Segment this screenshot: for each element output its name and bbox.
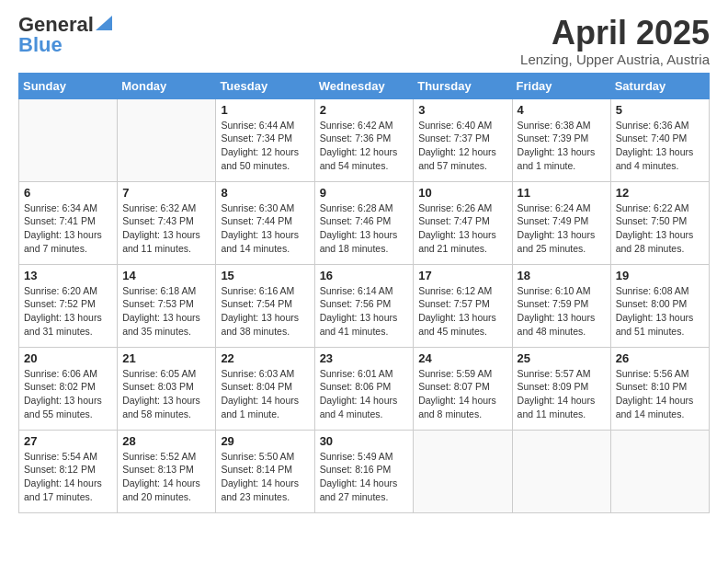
cell-detail: Sunrise: 6:30 AMSunset: 7:44 PMDaylight:… xyxy=(221,201,309,256)
day-number: 28 xyxy=(122,434,210,448)
day-number: 23 xyxy=(320,351,409,365)
cell-detail: Sunrise: 6:16 AMSunset: 7:54 PMDaylight:… xyxy=(221,284,309,339)
calendar-cell: 29Sunrise: 5:50 AMSunset: 8:14 PMDayligh… xyxy=(216,430,314,512)
cell-detail: Sunrise: 5:49 AMSunset: 8:16 PMDaylight:… xyxy=(320,450,409,504)
day-number: 2 xyxy=(320,103,409,117)
day-number: 4 xyxy=(518,103,606,117)
month-title: April 2025 xyxy=(520,15,710,52)
calendar-cell: 10Sunrise: 6:26 AMSunset: 7:47 PMDayligh… xyxy=(414,181,512,264)
cell-detail: Sunrise: 6:44 AMSunset: 7:34 PMDaylight:… xyxy=(221,119,309,173)
week-row-1: 1Sunrise: 6:44 AMSunset: 7:34 PMDaylight… xyxy=(19,98,710,181)
cell-detail: Sunrise: 6:24 AMSunset: 7:49 PMDaylight:… xyxy=(518,201,606,256)
weekday-header-tuesday: Tuesday xyxy=(216,73,314,98)
calendar-cell: 12Sunrise: 6:22 AMSunset: 7:50 PMDayligh… xyxy=(610,181,709,264)
calendar-cell: 23Sunrise: 6:01 AMSunset: 8:06 PMDayligh… xyxy=(314,347,414,430)
day-number: 7 xyxy=(122,186,210,200)
calendar-cell: 2Sunrise: 6:42 AMSunset: 7:36 PMDaylight… xyxy=(314,98,414,181)
cell-detail: Sunrise: 6:36 AMSunset: 7:40 PMDaylight:… xyxy=(616,119,704,173)
logo-icon xyxy=(96,16,112,30)
week-row-2: 6Sunrise: 6:34 AMSunset: 7:41 PMDaylight… xyxy=(19,181,710,264)
calendar-cell: 20Sunrise: 6:06 AMSunset: 8:02 PMDayligh… xyxy=(19,347,118,430)
calendar-cell: 13Sunrise: 6:20 AMSunset: 7:52 PMDayligh… xyxy=(19,264,118,347)
day-number: 19 xyxy=(616,269,704,282)
calendar-cell: 4Sunrise: 6:38 AMSunset: 7:39 PMDaylight… xyxy=(512,98,610,181)
cell-detail: Sunrise: 6:40 AMSunset: 7:37 PMDaylight:… xyxy=(418,119,506,173)
day-number: 18 xyxy=(518,269,606,282)
cell-detail: Sunrise: 6:32 AMSunset: 7:43 PMDaylight:… xyxy=(122,201,210,256)
weekday-header-friday: Friday xyxy=(512,73,610,98)
day-number: 5 xyxy=(616,103,704,117)
logo-general-text: General xyxy=(18,15,94,35)
cell-detail: Sunrise: 6:20 AMSunset: 7:52 PMDaylight:… xyxy=(24,284,112,339)
calendar-cell: 16Sunrise: 6:14 AMSunset: 7:56 PMDayligh… xyxy=(314,264,414,347)
calendar-cell: 25Sunrise: 5:57 AMSunset: 8:09 PMDayligh… xyxy=(512,347,610,430)
weekday-header-row: SundayMondayTuesdayWednesdayThursdayFrid… xyxy=(19,73,710,98)
week-row-5: 27Sunrise: 5:54 AMSunset: 8:12 PMDayligh… xyxy=(19,430,710,512)
calendar-cell xyxy=(118,98,216,181)
calendar-cell: 21Sunrise: 6:05 AMSunset: 8:03 PMDayligh… xyxy=(118,347,216,430)
cell-detail: Sunrise: 6:28 AMSunset: 7:46 PMDaylight:… xyxy=(320,201,409,256)
calendar-cell: 7Sunrise: 6:32 AMSunset: 7:43 PMDaylight… xyxy=(118,181,216,264)
calendar-cell: 19Sunrise: 6:08 AMSunset: 8:00 PMDayligh… xyxy=(610,264,709,347)
day-number: 30 xyxy=(320,434,409,448)
cell-detail: Sunrise: 6:12 AMSunset: 7:57 PMDaylight:… xyxy=(418,284,506,339)
day-number: 6 xyxy=(24,186,112,200)
calendar-table: SundayMondayTuesdayWednesdayThursdayFrid… xyxy=(18,73,710,513)
logo-blue-text: Blue xyxy=(18,35,63,55)
weekday-header-monday: Monday xyxy=(118,73,216,98)
calendar-cell: 24Sunrise: 5:59 AMSunset: 8:07 PMDayligh… xyxy=(414,347,512,430)
day-number: 24 xyxy=(418,351,506,365)
cell-detail: Sunrise: 6:18 AMSunset: 7:53 PMDaylight:… xyxy=(122,284,210,339)
day-number: 12 xyxy=(616,186,704,200)
svg-marker-0 xyxy=(96,16,112,30)
day-number: 27 xyxy=(24,434,112,448)
calendar-cell xyxy=(414,430,512,512)
calendar-cell xyxy=(19,98,118,181)
calendar-cell: 22Sunrise: 6:03 AMSunset: 8:04 PMDayligh… xyxy=(216,347,314,430)
day-number: 10 xyxy=(418,186,506,200)
day-number: 22 xyxy=(221,351,309,365)
cell-detail: Sunrise: 5:50 AMSunset: 8:14 PMDaylight:… xyxy=(221,450,309,504)
cell-detail: Sunrise: 5:54 AMSunset: 8:12 PMDaylight:… xyxy=(24,450,112,504)
cell-detail: Sunrise: 6:14 AMSunset: 7:56 PMDaylight:… xyxy=(320,284,409,339)
cell-detail: Sunrise: 6:06 AMSunset: 8:02 PMDaylight:… xyxy=(24,367,112,421)
day-number: 1 xyxy=(221,103,309,117)
day-number: 16 xyxy=(320,269,409,282)
week-row-3: 13Sunrise: 6:20 AMSunset: 7:52 PMDayligh… xyxy=(19,264,710,347)
cell-detail: Sunrise: 5:59 AMSunset: 8:07 PMDaylight:… xyxy=(418,367,506,421)
calendar-cell xyxy=(610,430,709,512)
day-number: 8 xyxy=(221,186,309,200)
day-number: 29 xyxy=(221,434,309,448)
cell-detail: Sunrise: 6:10 AMSunset: 7:59 PMDaylight:… xyxy=(518,284,606,339)
calendar-cell: 9Sunrise: 6:28 AMSunset: 7:46 PMDaylight… xyxy=(314,181,414,264)
calendar-cell: 11Sunrise: 6:24 AMSunset: 7:49 PMDayligh… xyxy=(512,181,610,264)
day-number: 17 xyxy=(418,269,506,282)
calendar-cell: 26Sunrise: 5:56 AMSunset: 8:10 PMDayligh… xyxy=(610,347,709,430)
cell-detail: Sunrise: 6:26 AMSunset: 7:47 PMDaylight:… xyxy=(418,201,506,256)
logo: General Blue xyxy=(18,15,112,55)
week-row-4: 20Sunrise: 6:06 AMSunset: 8:02 PMDayligh… xyxy=(19,347,710,430)
day-number: 3 xyxy=(418,103,506,117)
day-number: 11 xyxy=(518,186,606,200)
calendar-cell xyxy=(512,430,610,512)
cell-detail: Sunrise: 5:57 AMSunset: 8:09 PMDaylight:… xyxy=(518,367,606,421)
calendar-cell: 15Sunrise: 6:16 AMSunset: 7:54 PMDayligh… xyxy=(216,264,314,347)
page-header: General Blue April 2025 Lenzing, Upper A… xyxy=(18,15,710,67)
day-number: 21 xyxy=(122,351,210,365)
cell-detail: Sunrise: 6:08 AMSunset: 8:00 PMDaylight:… xyxy=(616,284,704,339)
day-number: 26 xyxy=(616,351,704,365)
calendar-cell: 5Sunrise: 6:36 AMSunset: 7:40 PMDaylight… xyxy=(610,98,709,181)
cell-detail: Sunrise: 6:42 AMSunset: 7:36 PMDaylight:… xyxy=(320,119,409,173)
location-text: Lenzing, Upper Austria, Austria xyxy=(520,52,710,67)
cell-detail: Sunrise: 6:01 AMSunset: 8:06 PMDaylight:… xyxy=(320,367,409,421)
cell-detail: Sunrise: 6:03 AMSunset: 8:04 PMDaylight:… xyxy=(221,367,309,421)
calendar-cell: 30Sunrise: 5:49 AMSunset: 8:16 PMDayligh… xyxy=(314,430,414,512)
calendar-cell: 18Sunrise: 6:10 AMSunset: 7:59 PMDayligh… xyxy=(512,264,610,347)
cell-detail: Sunrise: 5:56 AMSunset: 8:10 PMDaylight:… xyxy=(616,367,704,421)
day-number: 25 xyxy=(518,351,606,365)
day-number: 14 xyxy=(122,269,210,282)
weekday-header-sunday: Sunday xyxy=(19,73,118,98)
day-number: 20 xyxy=(24,351,112,365)
calendar-cell: 17Sunrise: 6:12 AMSunset: 7:57 PMDayligh… xyxy=(414,264,512,347)
calendar-cell: 1Sunrise: 6:44 AMSunset: 7:34 PMDaylight… xyxy=(216,98,314,181)
